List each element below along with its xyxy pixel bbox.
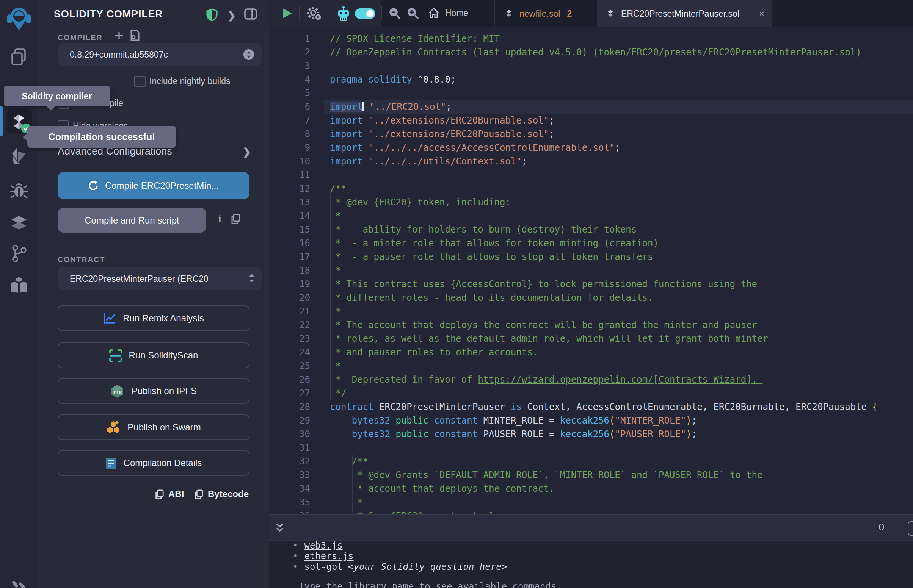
code-line[interactable]: 17 * - a pauser role that allows to stop… [269, 250, 913, 264]
code-line[interactable]: 3 [269, 59, 913, 73]
plus-icon[interactable] [115, 31, 124, 40]
code-line[interactable]: 32 /** [269, 455, 913, 468]
code-line[interactable]: 34 * account that deploys the contract. [269, 482, 913, 496]
code-line[interactable]: 11 [269, 168, 913, 182]
bullet: • [293, 562, 298, 572]
code-token: "../extensions/ERC20Pausable.sol" [368, 129, 549, 139]
code-line[interactable]: 22 * The account that deploys the contra… [269, 318, 913, 332]
code-line[interactable]: 1// SPDX-License-Identifier: MIT [269, 32, 913, 45]
code-line[interactable]: 16 * - a minter role that allows for tok… [269, 236, 913, 250]
code-token: */ [330, 388, 346, 399]
code-line[interactable]: 24 * and pauser roles to other accounts. [269, 346, 913, 359]
code-token: "../../../utils/Context.sol" [368, 156, 522, 167]
close-icon[interactable]: × [759, 8, 764, 19]
code-line[interactable]: 13 * @dev {ERC20} token, including: [269, 195, 913, 209]
solidity-file-icon [607, 8, 614, 18]
sidebar-item-learneth[interactable] [0, 276, 38, 296]
code-text: * This contract uses {AccessControl} to … [330, 277, 757, 291]
code-text: * - a pauser role that allows to stop al… [330, 250, 653, 264]
code-line[interactable]: 25 * [269, 359, 913, 373]
code-line[interactable]: 28contract ERC20PresetMinterPauser is Co… [269, 400, 913, 414]
code-line[interactable]: 5 [269, 86, 913, 100]
play-icon[interactable] [282, 8, 293, 19]
chevron-right-icon[interactable]: ❯ [243, 146, 251, 158]
code-text: pragma solidity ^0.8.0; [330, 73, 456, 86]
code-line[interactable]: 36 * See {ERC20-constructor}. [269, 509, 913, 515]
code-line[interactable]: 35 * [269, 496, 913, 509]
abi-copy[interactable]: ABI [155, 489, 184, 499]
include-nightly-checkbox[interactable] [134, 76, 146, 87]
contract-select[interactable]: ERC20PresetMinterPauser (ERC20 [58, 267, 262, 290]
sidebar-item-deploy-run[interactable] [0, 145, 38, 165]
version-select[interactable]: 0.8.29+commit.ab55807c [58, 43, 262, 66]
license-file-icon[interactable] [130, 29, 139, 41]
double-check-icon [9, 215, 29, 233]
code-line[interactable]: 4pragma solidity ^0.8.0; [269, 73, 913, 86]
code-token: ( [609, 415, 615, 426]
sidebar-item-file-explorer[interactable] [0, 47, 38, 67]
shield-icon[interactable] [206, 8, 218, 21]
terminal-library-link[interactable]: ethers.js [304, 551, 353, 562]
zoom-in-icon[interactable] [406, 7, 419, 20]
code-line[interactable]: 21 * [269, 305, 913, 318]
ipfs-cube-icon: IPFS [110, 384, 125, 398]
code-line[interactable]: 29 bytes32 public constant MINTER_ROLE =… [269, 414, 913, 427]
code-line[interactable]: 8import "../extensions/ERC20Pausable.sol… [269, 127, 913, 141]
code-line[interactable]: 26 * _Deprecated in favor of https://wiz… [269, 373, 913, 386]
script-config-gear-icon[interactable] [306, 5, 322, 21]
code-line[interactable]: 18 * [269, 264, 913, 277]
ai-robot-icon[interactable] [337, 6, 350, 21]
sidebar-item-git[interactable] [0, 243, 38, 263]
code-line[interactable]: 6import "../ERC20.sol"; [269, 100, 913, 114]
code-line[interactable]: 30 bytes32 public constant PAUSER_ROLE =… [269, 427, 913, 441]
tab-newfile[interactable]: newfile.sol 2 [494, 0, 591, 26]
run-solidityscan-button[interactable]: Run SolidityScan [58, 342, 249, 368]
code-text: contract ERC20PresetMinterPauser is Cont… [330, 400, 878, 414]
run-remix-analysis-button[interactable]: Run Remix Analysis [58, 305, 249, 331]
compile-button[interactable]: Compile ERC20PresetMin... [58, 172, 249, 199]
zoom-out-icon[interactable] [388, 7, 401, 20]
code-token [363, 142, 368, 153]
code-editor[interactable]: 1// SPDX-License-Identifier: MIT2// Open… [269, 26, 913, 515]
terminal-entry: •ethers.js [293, 551, 354, 562]
tab-label: newfile.sol [520, 9, 560, 18]
line-number: 33 [269, 468, 310, 482]
terminal-header[interactable]: 0 [269, 515, 913, 541]
compile-and-run-button[interactable]: Compile and Run script [58, 208, 206, 233]
sidebar-item-debugger[interactable] [0, 180, 38, 200]
code-line[interactable]: 20 * different roles - head to its docum… [269, 291, 913, 305]
code-line[interactable]: 23 * roles, as well as the default admin… [269, 332, 913, 346]
code-line[interactable]: 27 */ [269, 386, 913, 400]
code-line[interactable]: 12/** [269, 182, 913, 195]
tab-erc20presetminterpauser[interactable]: ERC20PresetMinterPauser.sol × [597, 0, 772, 26]
terminal-library-link[interactable]: web3.js [304, 540, 342, 551]
code-line[interactable]: 15 * - ability for holders to burn (dest… [269, 223, 913, 236]
code-line[interactable]: 14 * [269, 209, 913, 223]
split-panel-icon[interactable] [244, 8, 257, 20]
publish-on-swarm-button[interactable]: Publish on Swarm [58, 415, 249, 440]
remix-logo[interactable] [0, 5, 38, 32]
copy-icon[interactable] [230, 214, 240, 224]
code-line[interactable]: 19 * This contract uses {AccessControl} … [269, 277, 913, 291]
home-tab[interactable]: Home [428, 7, 468, 19]
code-line[interactable]: 7import "../extensions/ERC20Burnable.sol… [269, 114, 913, 127]
compilation-details-button[interactable]: Compilation Details [58, 450, 249, 476]
publish-on-ipfs-button[interactable]: IPFS Publish on IPFS [58, 378, 249, 404]
code-line[interactable]: 33 * @dev Grants `DEFAULT_ADMIN_ROLE`, `… [269, 468, 913, 482]
line-number: 5 [269, 86, 310, 100]
sidebar-item-plugin-manager[interactable] [0, 580, 38, 588]
sidebar-item-static-analysis[interactable] [0, 215, 38, 233]
code-line[interactable]: 9import "../../../access/AccessControlEn… [269, 141, 913, 155]
code-line[interactable]: 31 [269, 441, 913, 455]
bytecode-copy[interactable]: Bytecode [194, 489, 249, 499]
double-chevron-down-icon[interactable] [275, 523, 284, 533]
code-token: "../ERC20.sol" [369, 102, 446, 112]
code-line[interactable]: 10import "../../../utils/Context.sol"; [269, 155, 913, 168]
terminal-search-input[interactable] [908, 521, 913, 536]
code-token: * _Deprecated in favor of [330, 374, 478, 385]
code-line[interactable]: 2// OpenZeppelin Contracts (last updated… [269, 45, 913, 59]
info-icon[interactable]: i [219, 213, 221, 225]
ai-toggle-on[interactable] [355, 8, 376, 19]
chevron-right-icon[interactable]: ❯ [228, 10, 236, 21]
scan-frame-icon [109, 349, 122, 362]
